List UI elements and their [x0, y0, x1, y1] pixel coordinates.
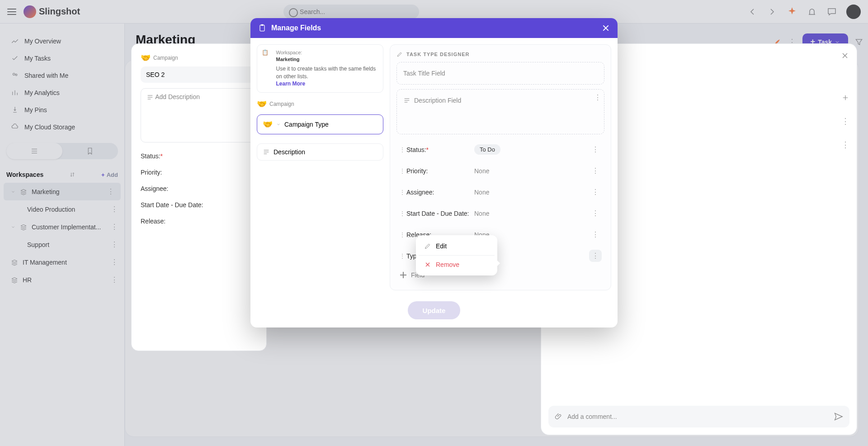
field-more-icon[interactable]: ⋮ [594, 93, 601, 102]
chevron-down-icon [276, 122, 281, 127]
row-assignee: ⋮⋮ Assignee: None ⋮ [396, 181, 604, 203]
task-description-input[interactable]: Add Description [141, 88, 257, 142]
clipboard-art-icon: 📋 [262, 49, 271, 62]
svg-rect-2 [260, 25, 264, 31]
handshake-icon: 🤝 [263, 119, 273, 129]
add-column-icon[interactable] [841, 94, 849, 102]
row-more-icon[interactable]: ⋮ [841, 140, 849, 150]
drag-handle-icon[interactable]: ⋮⋮ [399, 146, 406, 153]
clipboard-icon [258, 24, 267, 33]
description-field-box[interactable]: Description Field ⋮ [396, 89, 604, 134]
row-more-icon[interactable]: ⋮ [841, 116, 849, 126]
manage-fields-modal: Manage Fields 📋 Workspace: Marketing Use… [250, 18, 618, 327]
row-more-icon[interactable]: ⋮ [589, 207, 602, 219]
description-type-row[interactable]: Description [257, 143, 383, 161]
row-more-icon[interactable]: ⋮ [589, 250, 602, 262]
row-start-due: ⋮⋮ Start Date - Due Date: None ⋮ [396, 203, 604, 224]
learn-more-link[interactable]: Learn More [276, 81, 305, 87]
attachment-icon[interactable] [555, 413, 563, 421]
row-more-icon[interactable]: ⋮ [589, 143, 602, 156]
menu-divider [419, 255, 495, 256]
drag-handle-icon[interactable]: ⋮⋮ [399, 167, 406, 175]
comment-input[interactable]: Add a comment... [548, 406, 849, 427]
text-lines-icon [263, 148, 270, 156]
text-lines-icon [403, 97, 410, 104]
drag-handle-icon[interactable]: ⋮⋮ [399, 252, 406, 260]
update-button[interactable]: Update [408, 301, 460, 319]
close-icon[interactable] [840, 51, 849, 60]
status-pill: To Do [474, 144, 500, 155]
task-detail-panel: 🤝 Campaign SEO 2 Add Description Status:… [131, 43, 267, 351]
modal-close-button[interactable] [601, 24, 610, 33]
info-box: 📋 Workspace: Marketing Use it to create … [257, 44, 383, 93]
menu-remove[interactable]: Remove [419, 256, 495, 273]
field-context-menu: Edit Remove [416, 235, 497, 275]
menu-edit[interactable]: Edit [419, 238, 495, 254]
row-status: ⋮⋮ Status:* To Do ⋮ [396, 139, 604, 160]
send-icon[interactable] [833, 412, 843, 422]
pencil-icon [424, 242, 431, 250]
svg-rect-3 [261, 24, 264, 26]
modal-overlay: 🤝 Campaign SEO 2 Add Description Status:… [0, 0, 868, 446]
x-icon [424, 261, 431, 268]
pencil-icon [396, 51, 403, 57]
row-priority: ⋮⋮ Priority: None ⋮ [396, 160, 604, 181]
row-more-icon[interactable]: ⋮ [589, 165, 602, 177]
title-field-box[interactable]: Task Title Field [396, 62, 604, 85]
row-more-icon[interactable]: ⋮ [589, 228, 602, 241]
designer-title: TASK TYPE DESIGNER [396, 51, 604, 57]
drag-handle-icon[interactable]: ⋮⋮ [399, 231, 406, 238]
plus-icon [399, 271, 407, 279]
campaign-type-row[interactable]: 🤝 Campaign Type [257, 114, 383, 134]
modal-header: Manage Fields [250, 18, 618, 38]
row-more-icon[interactable]: ⋮ [589, 186, 602, 198]
drag-handle-icon[interactable]: ⋮⋮ [399, 189, 406, 196]
drag-handle-icon[interactable]: ⋮⋮ [399, 210, 406, 217]
task-title-value[interactable]: SEO 2 [141, 66, 257, 83]
